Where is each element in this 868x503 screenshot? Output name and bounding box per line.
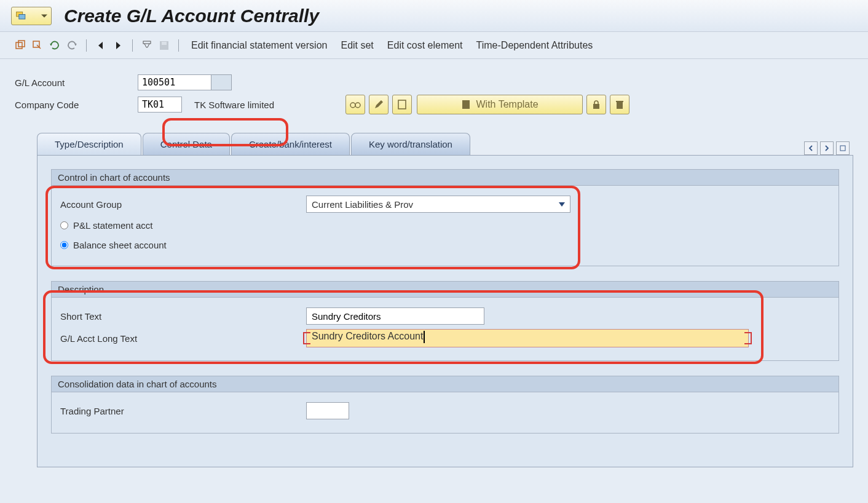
edit-fsv-link[interactable]: Edit financial statement version xyxy=(186,38,332,53)
company-code-desc: TK Software limited xyxy=(194,100,274,110)
company-code-label: Company Code xyxy=(15,100,138,110)
tab-create-bank-interest[interactable]: Create/bank/interest xyxy=(231,133,350,155)
company-code-input[interactable] xyxy=(138,97,182,113)
long-text-label: G/L Acct Long Text xyxy=(60,333,306,344)
pencil-icon xyxy=(374,100,384,109)
page-icon xyxy=(398,100,406,109)
tab-keyword-translation[interactable]: Key word/translation xyxy=(351,133,470,155)
with-template-label: With Template xyxy=(476,99,539,110)
page-title: Create G/L Account Centrally xyxy=(64,6,319,26)
trash-icon xyxy=(615,100,624,109)
short-text-input[interactable] xyxy=(306,307,484,325)
text-cursor xyxy=(424,331,425,343)
gl-account-label: G/L Account xyxy=(15,77,138,88)
chevron-left-icon xyxy=(808,145,814,151)
create-button[interactable] xyxy=(392,95,412,114)
other-entry-icon[interactable] xyxy=(31,39,44,52)
trading-partner-label: Trading Partner xyxy=(60,406,306,416)
account-group-label: Account Group xyxy=(60,199,306,210)
undo-icon[interactable] xyxy=(48,39,61,52)
time-dep-attr-link[interactable]: Time-Dependent Attributes xyxy=(471,38,598,53)
tabstrip-container: Type/Description Control Data Create/ban… xyxy=(0,122,868,467)
svg-rect-12 xyxy=(593,104,599,109)
new-entry-icon[interactable] xyxy=(14,39,27,52)
separator xyxy=(132,39,133,52)
svg-rect-1 xyxy=(19,14,25,19)
trading-partner-input[interactable] xyxy=(306,402,349,419)
gl-account-input[interactable] xyxy=(138,74,211,90)
list-icon xyxy=(840,145,846,151)
redo-icon[interactable] xyxy=(65,39,79,52)
save-icon[interactable] xyxy=(157,39,171,52)
delete-button[interactable] xyxy=(610,95,629,114)
group-control-chart: Control in chart of accounts Account Gro… xyxy=(51,169,839,266)
message-icon xyxy=(15,10,28,22)
lock-button[interactable] xyxy=(586,95,606,114)
group-consolidation: Consolidation data in chart of accounts … xyxy=(51,376,839,434)
edit-set-link[interactable]: Edit set xyxy=(336,38,378,53)
svg-rect-15 xyxy=(840,146,845,151)
long-text-input[interactable]: Sundry Creditors Account xyxy=(306,329,749,347)
tab-nav-list[interactable] xyxy=(836,141,850,155)
separator xyxy=(86,39,87,52)
edit-cost-element-link[interactable]: Edit cost element xyxy=(382,38,468,53)
display-button[interactable] xyxy=(345,95,365,114)
radio-pl-label: P&L statement acct xyxy=(73,220,153,231)
svg-rect-5 xyxy=(143,41,151,44)
glasses-icon xyxy=(350,100,361,109)
svg-rect-2 xyxy=(16,42,22,49)
app-menu-icon[interactable] xyxy=(11,7,52,25)
radio-bs-label: Balance sheet account xyxy=(73,240,167,250)
tab-control-data[interactable]: Control Data xyxy=(143,133,230,155)
prev-icon[interactable] xyxy=(94,39,108,52)
gl-account-search-help[interactable] xyxy=(211,74,232,90)
filter-icon[interactable] xyxy=(140,39,154,52)
separator xyxy=(178,39,179,52)
svg-rect-14 xyxy=(616,101,623,102)
short-text-label: Short Text xyxy=(60,311,306,322)
tabstrip: Type/Description Control Data Create/ban… xyxy=(37,133,853,155)
page-icon xyxy=(462,100,470,109)
group-consolidation-title: Consolidation data in chart of accounts xyxy=(52,376,838,392)
chevron-down-icon xyxy=(559,202,565,207)
radio-bs[interactable] xyxy=(60,241,68,249)
chevron-right-icon xyxy=(824,145,830,151)
tab-body: Control in chart of accounts Account Gro… xyxy=(37,155,853,467)
group-control-title: Control in chart of accounts xyxy=(52,170,838,186)
radio-bs-row[interactable]: Balance sheet account xyxy=(60,235,830,255)
with-template-button[interactable]: With Template xyxy=(417,95,583,114)
svg-point-9 xyxy=(355,103,360,108)
svg-rect-10 xyxy=(398,100,406,109)
radio-pl-row[interactable]: P&L statement acct xyxy=(60,215,830,235)
tab-nav-prev[interactable] xyxy=(804,141,818,155)
tab-nav-next[interactable] xyxy=(820,141,834,155)
title-bar: Create G/L Account Centrally xyxy=(0,0,868,32)
account-group-combo[interactable]: Current Liabilities & Prov xyxy=(306,196,570,213)
header-form: G/L Account Company Code TK Software lim… xyxy=(0,59,868,122)
edit-button[interactable] xyxy=(369,95,389,114)
svg-rect-13 xyxy=(617,102,623,109)
tab-nav xyxy=(804,141,853,155)
lock-icon xyxy=(592,100,601,109)
group-description: Description Short Text G/L Acct Long Tex… xyxy=(51,281,839,361)
group-description-title: Description xyxy=(52,282,838,298)
toolbar: Edit financial statement version Edit se… xyxy=(0,32,868,59)
long-text-value: Sundry Creditors Account xyxy=(312,331,423,341)
svg-point-8 xyxy=(350,103,355,108)
next-icon[interactable] xyxy=(111,39,125,52)
tab-type-description[interactable]: Type/Description xyxy=(37,133,141,155)
account-group-value: Current Liabilities & Prov xyxy=(312,199,413,210)
svg-rect-3 xyxy=(18,41,25,47)
radio-pl[interactable] xyxy=(60,221,68,229)
svg-rect-11 xyxy=(462,100,470,109)
svg-rect-7 xyxy=(162,42,167,45)
